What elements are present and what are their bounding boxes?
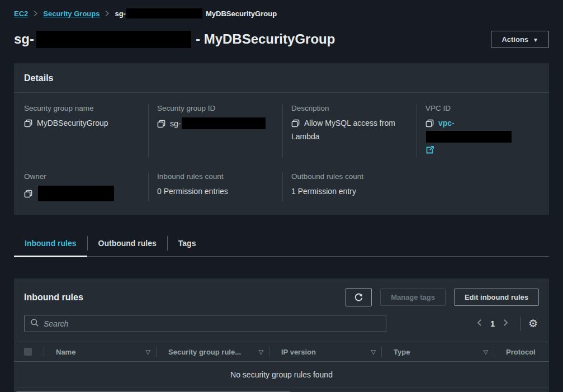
select-all-checkbox[interactable] bbox=[24, 348, 32, 356]
manage-tags-button[interactable]: Manage tags bbox=[380, 289, 446, 306]
column-header-ip-version[interactable]: IP version ▽ bbox=[269, 342, 381, 361]
inbound-rules-actions: Manage tags Edit inbound rules bbox=[346, 288, 539, 306]
column-label: Protocol bbox=[506, 348, 536, 356]
pagination: 1 ⚙ bbox=[473, 317, 539, 331]
breadcrumb-separator-icon bbox=[105, 10, 110, 17]
column-header-protocol[interactable]: Protocol bbox=[494, 342, 549, 361]
security-group-id-prefix: sg- bbox=[170, 119, 181, 128]
field-label: Inbound rules count bbox=[157, 172, 273, 181]
redaction-box bbox=[182, 117, 266, 129]
copy-icon[interactable] bbox=[24, 119, 32, 131]
redaction-box bbox=[126, 8, 202, 18]
redaction-box bbox=[426, 131, 512, 143]
field-inbound-rules-count: Inbound rules count 0 Permission entries bbox=[148, 172, 282, 201]
chevron-left-icon bbox=[476, 320, 482, 328]
empty-state-message: No security group rules found bbox=[14, 362, 549, 388]
edit-inbound-rules-button[interactable]: Edit inbound rules bbox=[454, 289, 539, 306]
inbound-rules-title: Inbound rules bbox=[24, 292, 83, 303]
page-title: sg- - MyDBSecurityGroup bbox=[14, 31, 335, 48]
page: EC2 Security Groups sg- MyDBSecurityGrou… bbox=[0, 0, 563, 392]
sort-icon: ▽ bbox=[484, 348, 488, 356]
copy-icon[interactable] bbox=[24, 190, 32, 201]
page-title-prefix: sg- bbox=[14, 31, 34, 47]
breadcrumb-link-ec2[interactable]: EC2 bbox=[14, 10, 28, 18]
breadcrumb-link-security-groups[interactable]: Security Groups bbox=[43, 10, 100, 18]
actions-button[interactable]: Actions▼ bbox=[491, 31, 549, 48]
column-header-type[interactable]: Type ▽ bbox=[382, 342, 494, 361]
column-label: Name bbox=[56, 348, 75, 356]
details-card-header: Details bbox=[14, 63, 549, 93]
settings-button[interactable]: ⚙ bbox=[527, 317, 539, 330]
column-label: IP version bbox=[281, 348, 316, 356]
page-title-suffix: - MyDBSecurityGroup bbox=[196, 31, 335, 47]
tab-outbound-rules[interactable]: Outbound rules bbox=[88, 230, 167, 256]
select-all-cell bbox=[14, 342, 44, 361]
sort-icon: ▽ bbox=[146, 348, 150, 356]
copy-icon[interactable] bbox=[425, 119, 434, 131]
field-outbound-rules-count: Outbound rules count 1 Permission entry bbox=[282, 172, 417, 201]
search-row: 1 ⚙ bbox=[14, 315, 549, 332]
column-header-security-group-rule[interactable]: Security group rule... ▽ bbox=[157, 342, 269, 361]
details-row-2: Owner Inbound rules count 0 Permission e… bbox=[24, 172, 539, 201]
field-label: Security group name bbox=[24, 104, 139, 112]
breadcrumb-current-prefix: sg- bbox=[115, 10, 126, 18]
search-icon bbox=[30, 318, 44, 329]
column-header-name[interactable]: Name ▽ bbox=[44, 342, 156, 361]
field-owner: Owner bbox=[24, 172, 148, 201]
column-label: Security group rule... bbox=[168, 348, 241, 356]
gear-icon: ⚙ bbox=[528, 318, 538, 329]
field-description: Description Allow MySQL access from Lamb… bbox=[282, 104, 417, 158]
breadcrumb-current-suffix: MyDBSecurityGroup bbox=[206, 10, 277, 18]
chevron-right-icon bbox=[503, 320, 509, 328]
field-security-group-id: Security group ID sg- bbox=[148, 104, 282, 158]
pagination-divider bbox=[520, 317, 521, 331]
refresh-icon bbox=[354, 294, 363, 302]
details-row-1: Security group name MyDBSecurityGroup Se… bbox=[24, 104, 539, 158]
redaction-box bbox=[36, 31, 191, 48]
breadcrumb: EC2 Security Groups sg- MyDBSecurityGrou… bbox=[14, 0, 549, 19]
refresh-button[interactable] bbox=[346, 288, 372, 306]
inbound-rules-panel: Inbound rules Manage tags Edit inbound r… bbox=[14, 278, 549, 392]
previous-page-button[interactable] bbox=[473, 317, 486, 330]
tab-bar: Inbound rules Outbound rules Tags bbox=[14, 230, 549, 257]
field-label: Security group ID bbox=[157, 104, 273, 112]
actions-button-label: Actions bbox=[502, 35, 528, 44]
vpc-id-link[interactable]: vpc- bbox=[438, 119, 455, 127]
column-label: Type bbox=[394, 348, 410, 356]
search-box bbox=[24, 315, 386, 332]
copy-icon[interactable] bbox=[157, 120, 165, 131]
title-row: sg- - MyDBSecurityGroup Actions▼ bbox=[14, 27, 549, 51]
details-body: Security group name MyDBSecurityGroup Se… bbox=[14, 93, 549, 215]
sort-icon: ▽ bbox=[259, 348, 263, 356]
breadcrumb-current: sg- MyDBSecurityGroup bbox=[115, 8, 277, 18]
field-label: Owner bbox=[24, 172, 139, 181]
inbound-rules-header: Inbound rules Manage tags Edit inbound r… bbox=[14, 278, 549, 314]
tab-tags[interactable]: Tags bbox=[168, 230, 207, 256]
search-input[interactable] bbox=[44, 319, 380, 328]
external-link-icon[interactable] bbox=[425, 145, 434, 158]
field-label: VPC ID bbox=[425, 104, 530, 112]
field-vpc-id: VPC ID vpc- bbox=[417, 104, 539, 158]
inbound-rules-table: Name ▽ Security group rule... ▽ IP versi… bbox=[14, 342, 549, 392]
security-group-name-value: MyDBSecurityGroup bbox=[37, 119, 108, 127]
inbound-rules-count-value: 0 Permission entries bbox=[157, 186, 273, 197]
redaction-box bbox=[38, 186, 114, 201]
field-label: Outbound rules count bbox=[291, 172, 408, 181]
details-title: Details bbox=[24, 73, 539, 83]
current-page-number: 1 bbox=[490, 319, 495, 328]
table-header-row: Name ▽ Security group rule... ▽ IP versi… bbox=[14, 342, 549, 362]
tab-inbound-rules[interactable]: Inbound rules bbox=[14, 230, 87, 256]
field-security-group-name: Security group name MyDBSecurityGroup bbox=[24, 104, 148, 158]
breadcrumb-separator-icon bbox=[33, 10, 38, 17]
details-card: Details Security group name MyDBSecurity… bbox=[14, 63, 549, 215]
field-label: Description bbox=[291, 104, 408, 112]
outbound-rules-count-value: 1 Permission entry bbox=[291, 186, 408, 197]
next-page-button[interactable] bbox=[499, 317, 512, 330]
sort-icon: ▽ bbox=[371, 348, 376, 356]
description-value: Allow MySQL access from Lambda bbox=[291, 119, 395, 141]
chevron-down-icon: ▼ bbox=[533, 37, 538, 43]
copy-icon[interactable] bbox=[291, 119, 300, 131]
